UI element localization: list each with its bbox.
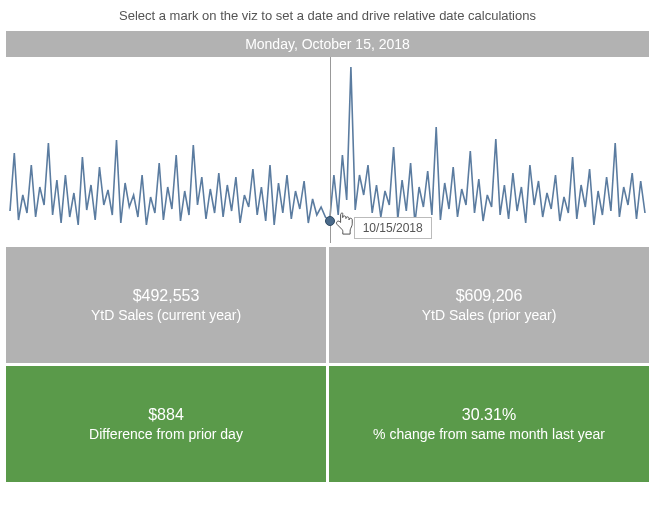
selected-point-marker bbox=[325, 216, 335, 226]
selected-date-bar: Monday, October 15, 2018 bbox=[6, 31, 649, 57]
diff-day-value: $884 bbox=[6, 406, 326, 424]
ytd-prior-label: YtD Sales (prior year) bbox=[329, 307, 649, 323]
tile-diff-day: $884 Difference from prior day bbox=[6, 366, 326, 482]
date-tooltip: 10/15/2018 bbox=[354, 217, 432, 239]
diff-day-label: Difference from prior day bbox=[6, 426, 326, 442]
ytd-prior-value: $609,206 bbox=[329, 287, 649, 305]
pct-change-label: % change from same month last year bbox=[329, 426, 649, 442]
instruction-text: Select a mark on the viz to set a date a… bbox=[6, 4, 649, 31]
tile-ytd-current: $492,553 YtD Sales (current year) bbox=[6, 247, 326, 363]
ytd-current-value: $492,553 bbox=[6, 287, 326, 305]
tile-pct-change: 30.31% % change from same month last yea… bbox=[329, 366, 649, 482]
line-chart[interactable]: 10/15/2018 bbox=[6, 57, 649, 243]
ytd-current-label: YtD Sales (current year) bbox=[6, 307, 326, 323]
tile-ytd-prior: $609,206 YtD Sales (prior year) bbox=[329, 247, 649, 363]
chart-svg[interactable] bbox=[6, 57, 649, 243]
pct-change-value: 30.31% bbox=[329, 406, 649, 424]
kpi-tiles: $492,553 YtD Sales (current year) $609,2… bbox=[6, 247, 649, 482]
